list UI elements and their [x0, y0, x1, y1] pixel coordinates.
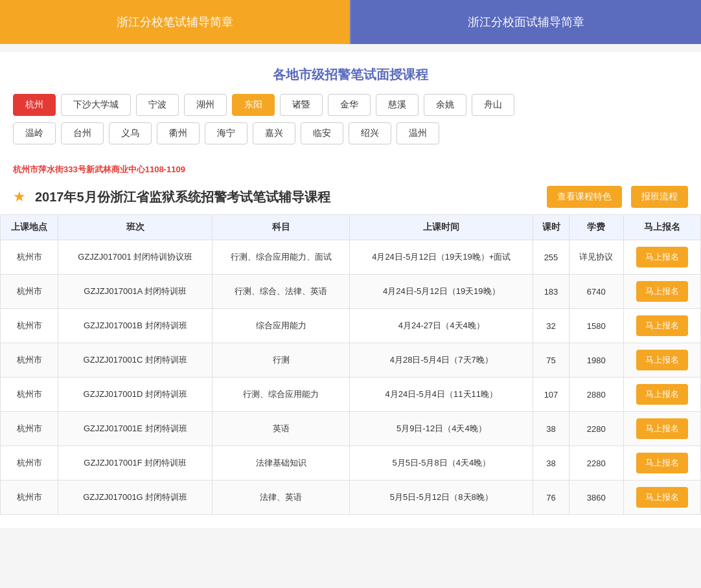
cell-fee: 3860 — [569, 481, 624, 515]
cell-location: 杭州市 — [1, 240, 58, 275]
cell-time: 4月28日-5月4日（7天7晚） — [350, 343, 533, 378]
cell-signup: 马上报名 — [624, 481, 701, 515]
tab-written[interactable]: 浙江分校笔试辅导简章 — [0, 0, 351, 44]
signup-button-1[interactable]: 马上报名 — [636, 281, 688, 302]
cell-fee: 详见协议 — [569, 240, 624, 275]
city-btn-yuyao[interactable]: 余姚 — [424, 94, 466, 116]
table-header-科目: 科目 — [213, 215, 350, 240]
table-row: 杭州市GZJZJ017001E 封闭特训班英语5月9日-12日（4天4晚）382… — [1, 412, 701, 446]
cell-fee: 1580 — [569, 309, 624, 343]
cell-fee: 1980 — [569, 343, 624, 378]
table-body: 杭州市GZJZJ017001 封闭特训协议班行测、综合应用能力、面试4月24日-… — [1, 240, 701, 515]
cell-signup: 马上报名 — [624, 309, 701, 343]
top-tabs: 浙江分校笔试辅导简章 浙江分校面试辅导简章 — [0, 0, 701, 44]
cell-signup: 马上报名 — [624, 240, 701, 275]
signup-button-4[interactable]: 马上报名 — [636, 384, 688, 405]
city-btn-dongyang[interactable]: 东阳 — [232, 94, 275, 116]
cell-class: GZJZJ017001B 封闭特训班 — [58, 309, 213, 343]
city-btn-cixi[interactable]: 慈溪 — [376, 94, 419, 116]
section-title: 各地市级招警笔试面授课程 — [0, 52, 701, 94]
table-header-上课地点: 上课地点 — [1, 215, 58, 240]
cell-hours: 107 — [533, 378, 569, 412]
cell-subject: 行测、综合应用能力、面试 — [213, 240, 350, 275]
cell-subject: 行测、综合应用能力 — [213, 378, 350, 412]
city-btn-ningbo[interactable]: 宁波 — [136, 94, 179, 116]
cell-fee: 2280 — [569, 446, 624, 481]
city-btn-jiaxing[interactable]: 嘉兴 — [253, 122, 295, 144]
table-header-row: 上课地点班次科目上课时间课时学费马上报名 — [1, 215, 701, 240]
main-container: 浙江分校笔试辅导简章 浙江分校面试辅导简章 各地市级招警笔试面授课程 杭州下沙大… — [0, 0, 701, 528]
cell-subject: 综合应用能力 — [213, 309, 350, 343]
signup-button-5[interactable]: 马上报名 — [636, 418, 688, 439]
cell-signup: 马上报名 — [624, 378, 701, 412]
cell-class: GZJZJ017001D 封闭特训班 — [58, 378, 213, 412]
cell-signup: 马上报名 — [624, 446, 701, 481]
cell-class: GZJZJ017001C 封闭特训班 — [58, 343, 213, 378]
cell-time: 5月9日-12日（4天4晚） — [350, 412, 533, 446]
city-btn-zhoushan[interactable]: 舟山 — [472, 94, 514, 116]
cell-location: 杭州市 — [1, 309, 58, 343]
btn-feature[interactable]: 查看课程特色 — [547, 186, 622, 208]
cell-hours: 38 — [533, 446, 569, 481]
city-btn-xiasha[interactable]: 下沙大学城 — [61, 94, 131, 116]
spacer-top — [0, 44, 701, 52]
cell-location: 杭州市 — [1, 343, 58, 378]
table-row: 杭州市GZJZJ017001G 封闭特训班法律、英语5月5日-5月12日（8天8… — [1, 481, 701, 515]
signup-button-3[interactable]: 马上报名 — [636, 350, 688, 370]
cell-time: 5月5日-5月8日（4天4晚） — [350, 446, 533, 481]
city-btn-taizhou[interactable]: 台州 — [61, 122, 104, 144]
city-btn-huzhou[interactable]: 湖州 — [184, 94, 227, 116]
city-btn-shaoxing[interactable]: 绍兴 — [349, 122, 391, 144]
cell-hours: 32 — [533, 309, 569, 343]
table-row: 杭州市GZJZJ017001 封闭特训协议班行测、综合应用能力、面试4月24日-… — [1, 240, 701, 275]
cell-hours: 38 — [533, 412, 569, 446]
signup-button-7[interactable]: 马上报名 — [636, 487, 688, 508]
table-header-课时: 课时 — [533, 215, 569, 240]
cell-hours: 75 — [533, 343, 569, 378]
city-btn-hangzhou[interactable]: 杭州 — [13, 94, 56, 116]
course-title: 2017年5月份浙江省监狱系统招警考试笔试辅导课程 — [35, 188, 538, 206]
course-header: ★ 2017年5月份浙江省监狱系统招警考试笔试辅导课程 查看课程特色 报班流程 — [0, 179, 701, 214]
table-row: 杭州市GZJZJ017001C 封闭特训班行测4月28日-5月4日（7天7晚）7… — [1, 343, 701, 378]
table-header-上课时间: 上课时间 — [350, 215, 533, 240]
city-row-2: 温岭台州义乌衢州海宁嘉兴临安绍兴温州 — [13, 122, 688, 144]
city-btn-wenzhou[interactable]: 温州 — [396, 122, 439, 144]
table-header-学费: 学费 — [569, 215, 624, 240]
city-btn-linan[interactable]: 临安 — [301, 122, 343, 144]
cell-subject: 英语 — [213, 412, 350, 446]
btn-enroll-flow[interactable]: 报班流程 — [631, 186, 688, 208]
city-filter: 杭州下沙大学城宁波湖州东阳诸暨金华慈溪余姚舟山 温岭台州义乌衢州海宁嘉兴临安绍兴… — [0, 94, 701, 157]
cell-hours: 76 — [533, 481, 569, 515]
signup-button-6[interactable]: 马上报名 — [636, 453, 688, 473]
cell-subject: 法律、英语 — [213, 481, 350, 515]
cell-signup: 马上报名 — [624, 412, 701, 446]
cell-time: 4月24日-5月12日（19天19晚）+面试 — [350, 240, 533, 275]
cell-time: 4月24日-5月12日（19天19晚） — [350, 275, 533, 309]
tab-interview[interactable]: 浙江分校面试辅导简章 — [351, 0, 701, 44]
cell-hours: 255 — [533, 240, 569, 275]
table-row: 杭州市GZJZJ017001D 封闭特训班行测、综合应用能力4月24日-5月4日… — [1, 378, 701, 412]
cell-subject: 法律基础知识 — [213, 446, 350, 481]
cell-signup: 马上报名 — [624, 343, 701, 378]
city-btn-wenling[interactable]: 温岭 — [13, 122, 56, 144]
city-btn-yiwu[interactable]: 义乌 — [109, 122, 152, 144]
cell-hours: 183 — [533, 275, 569, 309]
cell-time: 4月24-27日（4天4晚） — [350, 309, 533, 343]
cell-location: 杭州市 — [1, 481, 58, 515]
cell-fee: 6740 — [569, 275, 624, 309]
city-btn-zhuji[interactable]: 诸暨 — [280, 94, 323, 116]
city-btn-quzhou[interactable]: 衢州 — [157, 122, 200, 144]
signup-button-0[interactable]: 马上报名 — [636, 247, 688, 267]
course-table: 上课地点班次科目上课时间课时学费马上报名 杭州市GZJZJ017001 封闭特训… — [0, 214, 701, 515]
cell-class: GZJZJ017001F 封闭特训班 — [58, 446, 213, 481]
cell-location: 杭州市 — [1, 378, 58, 412]
city-btn-jinhua[interactable]: 金华 — [328, 94, 371, 116]
city-row-1: 杭州下沙大学城宁波湖州东阳诸暨金华慈溪余姚舟山 — [13, 94, 688, 116]
table-row: 杭州市GZJZJ017001A 封闭特训班行测、综合、法律、英语4月24日-5月… — [1, 275, 701, 309]
signup-button-2[interactable]: 马上报名 — [636, 315, 688, 336]
cell-subject: 行测 — [213, 343, 350, 378]
cell-time: 5月5日-5月12日（8天8晚） — [350, 481, 533, 515]
cell-class: GZJZJ017001G 封闭特训班 — [58, 481, 213, 515]
city-btn-haining[interactable]: 海宁 — [205, 122, 247, 144]
table-row: 杭州市GZJZJ017001F 封闭特训班法律基础知识5月5日-5月8日（4天4… — [1, 446, 701, 481]
